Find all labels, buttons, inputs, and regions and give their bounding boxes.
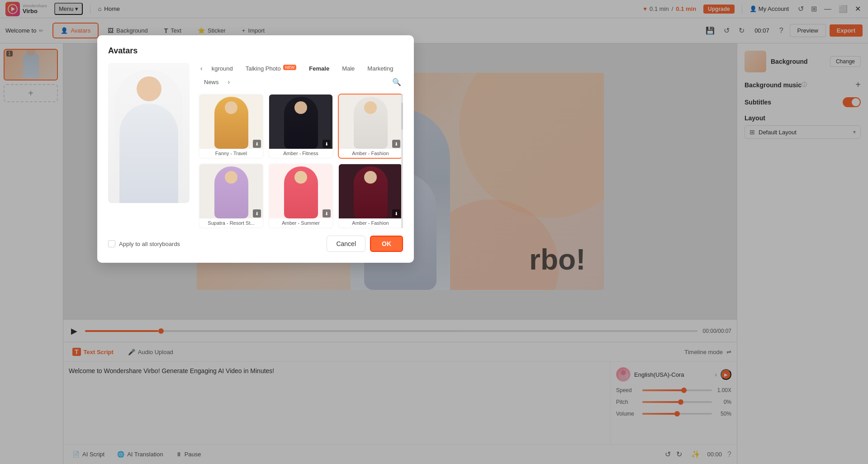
modal-footer: Apply to all storyboards Cancel OK	[108, 236, 403, 252]
avatar-card-2-label: Amber - Fitness	[269, 149, 332, 158]
cat-female-label: Female	[309, 65, 329, 72]
cat-next-button[interactable]: ›	[226, 76, 232, 87]
avatar-card-supatra[interactable]: ⬇ Supatra - Resort St...	[199, 163, 264, 228]
avatar-card-amber-fashion-1[interactable]: ⬇ Amber - Fashion	[338, 94, 403, 159]
avatar-card-1-label: Fanny - Travel	[199, 149, 263, 158]
avatar-grid: ⬇ Fanny - Travel ⬇ Amber - Fitness	[199, 94, 403, 228]
avatars-modal: Avatars ‹ kground	[97, 35, 414, 263]
cat-background-label: kground	[212, 65, 233, 72]
cat-talking-photo-label: Talking Photo	[246, 65, 281, 72]
apply-all-checkbox-area[interactable]: Apply to all storyboards	[108, 240, 180, 247]
category-tabs: ‹ kground Talking Photo NEW Female Male	[199, 63, 403, 88]
search-button[interactable]: 🔍	[390, 76, 403, 88]
avatar-card-amber-fashion-2[interactable]: ⬇ Amber - Fashion	[338, 163, 403, 228]
avatar-card-3-label: Amber - Fashion	[339, 149, 402, 158]
scroll-bar	[401, 94, 403, 228]
apply-all-label: Apply to all storyboards	[119, 241, 180, 247]
download-icon-5: ⬇	[323, 209, 331, 218]
download-icon-2: ⬇	[323, 140, 331, 148]
cat-marketing[interactable]: Marketing	[362, 63, 398, 74]
cat-prev-button[interactable]: ‹	[199, 63, 204, 74]
download-icon-6: ⬇	[392, 209, 400, 218]
avatar-preview-container	[108, 63, 190, 228]
modal-body: ‹ kground Talking Photo NEW Female Male	[108, 63, 403, 228]
modal-actions: Cancel OK	[327, 236, 403, 252]
cat-male-label: Male	[342, 65, 355, 72]
avatar-preview-large	[108, 63, 190, 203]
cancel-button[interactable]: Cancel	[327, 236, 365, 252]
cat-background[interactable]: kground	[206, 63, 238, 74]
avatar-card-6-label: Amber - Fashion	[339, 218, 402, 227]
avatar-card-amber-summer[interactable]: ⬇ Amber - Summer	[268, 163, 333, 228]
cat-marketing-label: Marketing	[367, 65, 393, 72]
apply-all-checkbox[interactable]	[108, 240, 115, 247]
new-badge: NEW	[283, 65, 296, 70]
cat-female[interactable]: Female	[304, 63, 335, 74]
scroll-thumb	[401, 103, 403, 130]
download-icon-1: ⬇	[253, 140, 261, 148]
cat-news[interactable]: News	[199, 77, 224, 87]
avatar-card-5-label: Amber - Summer	[269, 218, 332, 227]
modal-title: Avatars	[108, 46, 403, 56]
modal-overlay: Avatars ‹ kground	[0, 0, 868, 464]
ok-button[interactable]: OK	[370, 236, 403, 252]
avatar-card-fanny-travel[interactable]: ⬇ Fanny - Travel	[199, 94, 264, 159]
download-icon-4: ⬇	[253, 209, 261, 218]
avatar-right: ‹ kground Talking Photo NEW Female Male	[199, 63, 403, 228]
download-icon-3: ⬇	[392, 140, 400, 148]
cat-male[interactable]: Male	[337, 63, 360, 74]
avatar-card-amber-fitness[interactable]: ⬇ Amber - Fitness	[268, 94, 333, 159]
avatar-card-4-label: Supatra - Resort St...	[199, 218, 263, 227]
avatar-grid-container: ⬇ Fanny - Travel ⬇ Amber - Fitness	[199, 94, 403, 228]
cat-news-label: News	[204, 79, 219, 85]
cat-talking-photo[interactable]: Talking Photo NEW	[240, 63, 302, 74]
avatar-figure	[115, 70, 183, 203]
